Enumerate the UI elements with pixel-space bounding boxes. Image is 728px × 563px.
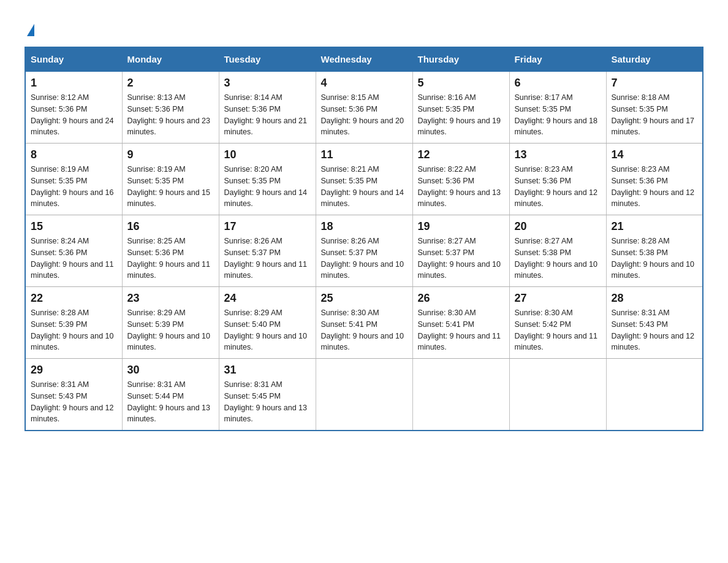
day-info: Sunrise: 8:27 AMSunset: 5:38 PMDaylight:… <box>515 236 601 282</box>
logo-text <box>25 18 34 38</box>
day-number: 5 <box>418 77 504 90</box>
day-info: Sunrise: 8:17 AMSunset: 5:35 PMDaylight:… <box>515 92 601 138</box>
day-number: 28 <box>612 292 698 305</box>
week-row-4: 22Sunrise: 8:28 AMSunset: 5:39 PMDayligh… <box>25 287 703 359</box>
calendar-cell: 12Sunrise: 8:22 AMSunset: 5:36 PMDayligh… <box>412 144 509 215</box>
day-number: 19 <box>418 220 504 233</box>
day-number: 14 <box>612 148 698 161</box>
page-header <box>25 18 703 34</box>
day-number: 17 <box>224 220 311 233</box>
day-number: 10 <box>224 148 311 161</box>
day-info: Sunrise: 8:29 AMSunset: 5:40 PMDaylight:… <box>224 307 311 353</box>
week-row-2: 8Sunrise: 8:19 AMSunset: 5:35 PMDaylight… <box>25 144 703 215</box>
calendar-cell: 2Sunrise: 8:13 AMSunset: 5:36 PMDaylight… <box>122 71 219 144</box>
day-number: 3 <box>224 77 311 90</box>
day-info: Sunrise: 8:20 AMSunset: 5:35 PMDaylight:… <box>224 164 311 210</box>
day-number: 22 <box>31 292 117 305</box>
calendar-cell: 19Sunrise: 8:27 AMSunset: 5:37 PMDayligh… <box>412 215 509 287</box>
calendar-cell: 1Sunrise: 8:12 AMSunset: 5:36 PMDaylight… <box>25 71 122 144</box>
day-number: 9 <box>127 148 214 161</box>
calendar-cell: 29Sunrise: 8:31 AMSunset: 5:43 PMDayligh… <box>25 359 122 431</box>
calendar-cell: 9Sunrise: 8:19 AMSunset: 5:35 PMDaylight… <box>122 144 219 215</box>
calendar-cell: 17Sunrise: 8:26 AMSunset: 5:37 PMDayligh… <box>219 215 316 287</box>
day-info: Sunrise: 8:22 AMSunset: 5:36 PMDaylight:… <box>418 164 504 210</box>
day-number: 25 <box>321 292 408 305</box>
day-number: 2 <box>127 77 214 90</box>
day-number: 8 <box>31 148 117 161</box>
calendar-cell: 27Sunrise: 8:30 AMSunset: 5:42 PMDayligh… <box>509 287 606 359</box>
calendar-cell: 14Sunrise: 8:23 AMSunset: 5:36 PMDayligh… <box>606 144 703 215</box>
day-number: 6 <box>515 77 601 90</box>
day-info: Sunrise: 8:29 AMSunset: 5:39 PMDaylight:… <box>127 307 214 353</box>
calendar-cell: 24Sunrise: 8:29 AMSunset: 5:40 PMDayligh… <box>219 287 316 359</box>
day-info: Sunrise: 8:14 AMSunset: 5:36 PMDaylight:… <box>224 92 311 138</box>
day-number: 21 <box>612 220 698 233</box>
calendar-cell: 31Sunrise: 8:31 AMSunset: 5:45 PMDayligh… <box>219 359 316 431</box>
day-number: 27 <box>515 292 601 305</box>
calendar-cell: 6Sunrise: 8:17 AMSunset: 5:35 PMDaylight… <box>509 71 606 144</box>
header-day-saturday: Saturday <box>606 47 703 71</box>
day-info: Sunrise: 8:30 AMSunset: 5:41 PMDaylight:… <box>321 307 408 353</box>
day-info: Sunrise: 8:19 AMSunset: 5:35 PMDaylight:… <box>127 164 214 210</box>
header-day-friday: Friday <box>509 47 606 71</box>
calendar-cell: 16Sunrise: 8:25 AMSunset: 5:36 PMDayligh… <box>122 215 219 287</box>
header-day-sunday: Sunday <box>25 47 122 71</box>
day-info: Sunrise: 8:30 AMSunset: 5:41 PMDaylight:… <box>418 307 504 353</box>
day-number: 31 <box>224 364 311 377</box>
calendar-cell: 22Sunrise: 8:28 AMSunset: 5:39 PMDayligh… <box>25 287 122 359</box>
day-info: Sunrise: 8:12 AMSunset: 5:36 PMDaylight:… <box>31 92 117 138</box>
day-info: Sunrise: 8:19 AMSunset: 5:35 PMDaylight:… <box>31 164 117 210</box>
header-day-thursday: Thursday <box>412 47 509 71</box>
week-row-3: 15Sunrise: 8:24 AMSunset: 5:36 PMDayligh… <box>25 215 703 287</box>
header-day-wednesday: Wednesday <box>316 47 412 71</box>
calendar-cell <box>606 359 703 431</box>
day-info: Sunrise: 8:13 AMSunset: 5:36 PMDaylight:… <box>127 92 214 138</box>
calendar-header: SundayMondayTuesdayWednesdayThursdayFrid… <box>25 47 703 71</box>
week-row-1: 1Sunrise: 8:12 AMSunset: 5:36 PMDaylight… <box>25 71 703 144</box>
day-info: Sunrise: 8:28 AMSunset: 5:39 PMDaylight:… <box>31 307 117 353</box>
day-number: 29 <box>31 364 117 377</box>
day-number: 11 <box>321 148 408 161</box>
calendar-body: 1Sunrise: 8:12 AMSunset: 5:36 PMDaylight… <box>25 71 703 431</box>
logo-triangle-icon <box>27 24 34 36</box>
day-number: 24 <box>224 292 311 305</box>
calendar-cell <box>509 359 606 431</box>
header-day-tuesday: Tuesday <box>219 47 316 71</box>
day-info: Sunrise: 8:31 AMSunset: 5:43 PMDaylight:… <box>612 307 698 353</box>
day-info: Sunrise: 8:31 AMSunset: 5:43 PMDaylight:… <box>31 379 117 425</box>
calendar-cell: 7Sunrise: 8:18 AMSunset: 5:35 PMDaylight… <box>606 71 703 144</box>
day-info: Sunrise: 8:21 AMSunset: 5:35 PMDaylight:… <box>321 164 408 210</box>
week-row-5: 29Sunrise: 8:31 AMSunset: 5:43 PMDayligh… <box>25 359 703 431</box>
calendar-cell <box>412 359 509 431</box>
calendar-cell: 18Sunrise: 8:26 AMSunset: 5:37 PMDayligh… <box>316 215 412 287</box>
day-info: Sunrise: 8:23 AMSunset: 5:36 PMDaylight:… <box>515 164 601 210</box>
day-number: 15 <box>31 220 117 233</box>
day-number: 1 <box>31 77 117 90</box>
calendar-cell: 3Sunrise: 8:14 AMSunset: 5:36 PMDaylight… <box>219 71 316 144</box>
calendar-cell: 13Sunrise: 8:23 AMSunset: 5:36 PMDayligh… <box>509 144 606 215</box>
day-number: 18 <box>321 220 408 233</box>
header-day-monday: Monday <box>122 47 219 71</box>
day-number: 20 <box>515 220 601 233</box>
day-number: 7 <box>612 77 698 90</box>
calendar-cell: 8Sunrise: 8:19 AMSunset: 5:35 PMDaylight… <box>25 144 122 215</box>
day-number: 30 <box>127 364 214 377</box>
calendar-cell: 26Sunrise: 8:30 AMSunset: 5:41 PMDayligh… <box>412 287 509 359</box>
header-row: SundayMondayTuesdayWednesdayThursdayFrid… <box>25 47 703 71</box>
calendar-cell: 11Sunrise: 8:21 AMSunset: 5:35 PMDayligh… <box>316 144 412 215</box>
calendar-cell: 15Sunrise: 8:24 AMSunset: 5:36 PMDayligh… <box>25 215 122 287</box>
day-info: Sunrise: 8:26 AMSunset: 5:37 PMDaylight:… <box>321 236 408 282</box>
logo <box>25 18 34 34</box>
calendar-table: SundayMondayTuesdayWednesdayThursdayFrid… <box>25 47 703 431</box>
day-info: Sunrise: 8:31 AMSunset: 5:44 PMDaylight:… <box>127 379 214 425</box>
day-number: 12 <box>418 148 504 161</box>
calendar-cell <box>316 359 412 431</box>
day-info: Sunrise: 8:27 AMSunset: 5:37 PMDaylight:… <box>418 236 504 282</box>
day-number: 13 <box>515 148 601 161</box>
day-info: Sunrise: 8:26 AMSunset: 5:37 PMDaylight:… <box>224 236 311 282</box>
calendar-cell: 5Sunrise: 8:16 AMSunset: 5:35 PMDaylight… <box>412 71 509 144</box>
calendar-cell: 21Sunrise: 8:28 AMSunset: 5:38 PMDayligh… <box>606 215 703 287</box>
day-info: Sunrise: 8:18 AMSunset: 5:35 PMDaylight:… <box>612 92 698 138</box>
day-number: 23 <box>127 292 214 305</box>
day-info: Sunrise: 8:24 AMSunset: 5:36 PMDaylight:… <box>31 236 117 282</box>
